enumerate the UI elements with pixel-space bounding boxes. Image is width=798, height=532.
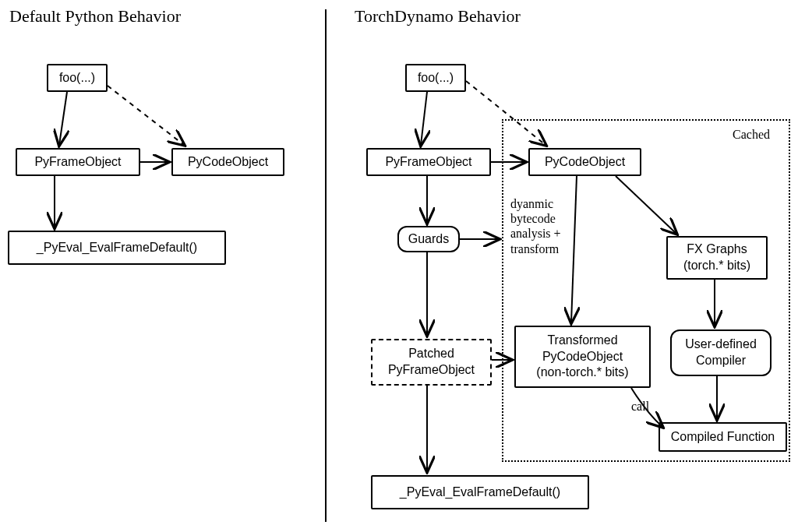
arrow-layer bbox=[0, 0, 798, 532]
svg-line-1 bbox=[108, 86, 184, 145]
svg-line-4 bbox=[421, 92, 427, 145]
svg-line-5 bbox=[466, 81, 546, 145]
svg-line-10 bbox=[571, 176, 577, 322]
svg-line-11 bbox=[616, 176, 676, 234]
svg-line-0 bbox=[59, 92, 67, 145]
